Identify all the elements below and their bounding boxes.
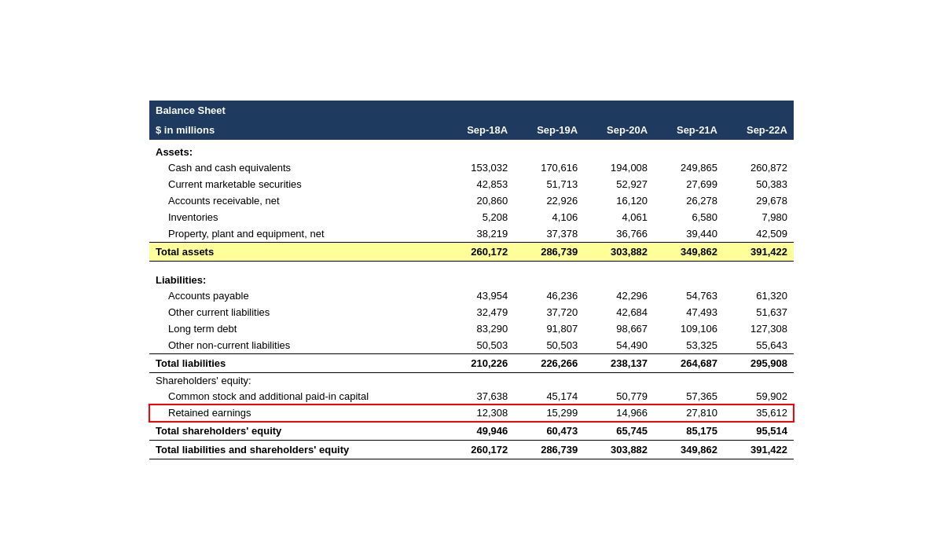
table-title: Balance Sheet: [149, 101, 794, 120]
long-term-debt-label: Long term debt: [149, 320, 444, 337]
other-current-liabilities-sep18: 32,479: [444, 304, 514, 320]
col-header-sep21: Sep-21A: [654, 120, 724, 140]
ppe-label: Property, plant and equipment, net: [149, 225, 444, 243]
long-term-debt-sep18: 83,290: [444, 320, 514, 337]
cash-row: Cash and cash equivalents 153,032 170,61…: [149, 159, 794, 176]
total-equity-row: Total shareholders' equity 49,946 60,473…: [149, 422, 794, 441]
total-liabilities-sep19: 226,266: [514, 354, 584, 373]
other-current-liabilities-sep19: 37,720: [514, 304, 584, 320]
cash-label: Cash and cash equivalents: [149, 159, 444, 176]
long-term-debt-sep19: 91,807: [514, 320, 584, 337]
total-assets-sep21: 349,862: [654, 243, 724, 262]
ppe-row: Property, plant and equipment, net 38,21…: [149, 225, 794, 243]
current-marketable-sep18: 42,853: [444, 176, 514, 192]
cash-sep19: 170,616: [514, 159, 584, 176]
equity-sublabel: Shareholders' equity:: [149, 373, 794, 389]
col-header-sep22: Sep-22A: [724, 120, 794, 140]
current-marketable-sep21: 27,699: [654, 176, 724, 192]
inventories-sep18: 5,208: [444, 209, 514, 225]
total-liabilities-sep21: 264,687: [654, 354, 724, 373]
long-term-debt-row: Long term debt 83,290 91,807 98,667 109,…: [149, 320, 794, 337]
accounts-payable-sep18: 43,954: [444, 287, 514, 304]
total-assets-sep18: 260,172: [444, 243, 514, 262]
retained-earnings-row: Retained earnings12,30815,29914,96627,81…: [149, 404, 794, 422]
total-liabilities-sep20: 238,137: [584, 354, 654, 373]
ppe-sep19: 37,378: [514, 225, 584, 243]
accounts-receivable-sep21: 26,278: [654, 192, 724, 209]
other-current-liabilities-label: Other current liabilities: [149, 304, 444, 320]
grand-total-sep20: 303,882: [584, 441, 654, 459]
total-equity-sep19: 60,473: [514, 422, 584, 441]
column-header-row: $ in millions Sep-18A Sep-19A Sep-20A Se…: [149, 120, 794, 140]
other-noncurrent-liabilities-sep19: 50,503: [514, 337, 584, 354]
long-term-debt-sep22: 127,308: [724, 320, 794, 337]
total-liabilities-sep22: 295,908: [724, 354, 794, 373]
cash-sep20: 194,008: [584, 159, 654, 176]
accounts-payable-sep19: 46,236: [514, 287, 584, 304]
other-noncurrent-liabilities-label: Other non-current liabilities: [149, 337, 444, 354]
accounts-payable-row: Accounts payable 43,954 46,236 42,296 54…: [149, 287, 794, 304]
col-header-sep18: Sep-18A: [444, 120, 514, 140]
accounts-receivable-sep18: 20,860: [444, 192, 514, 209]
balance-sheet-table: Balance Sheet $ in millions Sep-18A Sep-…: [149, 101, 794, 459]
title-row: Balance Sheet: [149, 101, 794, 120]
common-stock-sep18: 37,638: [444, 388, 514, 404]
spacer-1: [149, 262, 794, 269]
accounts-receivable-sep22: 29,678: [724, 192, 794, 209]
inventories-row: Inventories 5,208 4,106 4,061 6,580 7,98…: [149, 209, 794, 225]
inventories-sep19: 4,106: [514, 209, 584, 225]
inventories-sep20: 4,061: [584, 209, 654, 225]
total-liabilities-row: Total liabilities 210,226 226,266 238,13…: [149, 354, 794, 373]
current-marketable-row: Current marketable securities 42,853 51,…: [149, 176, 794, 192]
other-noncurrent-liabilities-row: Other non-current liabilities 50,503 50,…: [149, 337, 794, 354]
total-equity-label: Total shareholders' equity: [149, 422, 444, 441]
other-noncurrent-liabilities-sep20: 54,490: [584, 337, 654, 354]
current-marketable-sep20: 52,927: [584, 176, 654, 192]
long-term-debt-sep21: 109,106: [654, 320, 724, 337]
total-assets-sep19: 286,739: [514, 243, 584, 262]
accounts-receivable-sep19: 22,926: [514, 192, 584, 209]
accounts-payable-sep22: 61,320: [724, 287, 794, 304]
current-marketable-sep19: 51,713: [514, 176, 584, 192]
inventories-sep21: 6,580: [654, 209, 724, 225]
other-noncurrent-liabilities-sep21: 53,325: [654, 337, 724, 354]
balance-sheet-wrapper: Balance Sheet $ in millions Sep-18A Sep-…: [149, 101, 794, 459]
equity-sublabel-row: Shareholders' equity:: [149, 373, 794, 389]
common-stock-row: Common stock and additional paid-in capi…: [149, 388, 794, 404]
total-assets-row: Total assets 260,172 286,739 303,882 349…: [149, 243, 794, 262]
accounts-payable-sep21: 54,763: [654, 287, 724, 304]
current-marketable-sep22: 50,383: [724, 176, 794, 192]
col-header-sep19: Sep-19A: [514, 120, 584, 140]
accounts-receivable-row: Accounts receivable, net 20,860 22,926 1…: [149, 192, 794, 209]
common-stock-sep21: 57,365: [654, 388, 724, 404]
total-equity-sep20: 65,745: [584, 422, 654, 441]
retained-earnings-label: Retained earnings: [149, 404, 444, 422]
accounts-payable-sep20: 42,296: [584, 287, 654, 304]
long-term-debt-sep20: 98,667: [584, 320, 654, 337]
other-current-liabilities-sep21: 47,493: [654, 304, 724, 320]
accounts-receivable-sep20: 16,120: [584, 192, 654, 209]
common-stock-sep19: 45,174: [514, 388, 584, 404]
other-noncurrent-liabilities-sep18: 50,503: [444, 337, 514, 354]
grand-total-sep22: 391,422: [724, 441, 794, 459]
liabilities-label: Liabilities:: [149, 268, 794, 287]
accounts-payable-label: Accounts payable: [149, 287, 444, 304]
grand-total-sep21: 349,862: [654, 441, 724, 459]
current-marketable-label: Current marketable securities: [149, 176, 444, 192]
other-current-liabilities-sep22: 51,637: [724, 304, 794, 320]
grand-total-sep18: 260,172: [444, 441, 514, 459]
cash-sep18: 153,032: [444, 159, 514, 176]
other-current-liabilities-row: Other current liabilities 32,479 37,720 …: [149, 304, 794, 320]
total-equity-sep21: 85,175: [654, 422, 724, 441]
ppe-sep21: 39,440: [654, 225, 724, 243]
col-header-sep20: Sep-20A: [584, 120, 654, 140]
other-noncurrent-liabilities-sep22: 55,643: [724, 337, 794, 354]
col-header-label: $ in millions: [149, 120, 444, 140]
grand-total-label: Total liabilities and shareholders' equi…: [149, 441, 444, 459]
assets-label: Assets:: [149, 140, 794, 159]
total-equity-sep22: 95,514: [724, 422, 794, 441]
grand-total-row: Total liabilities and shareholders' equi…: [149, 441, 794, 459]
cash-sep22: 260,872: [724, 159, 794, 176]
total-equity-sep18: 49,946: [444, 422, 514, 441]
ppe-sep22: 42,509: [724, 225, 794, 243]
